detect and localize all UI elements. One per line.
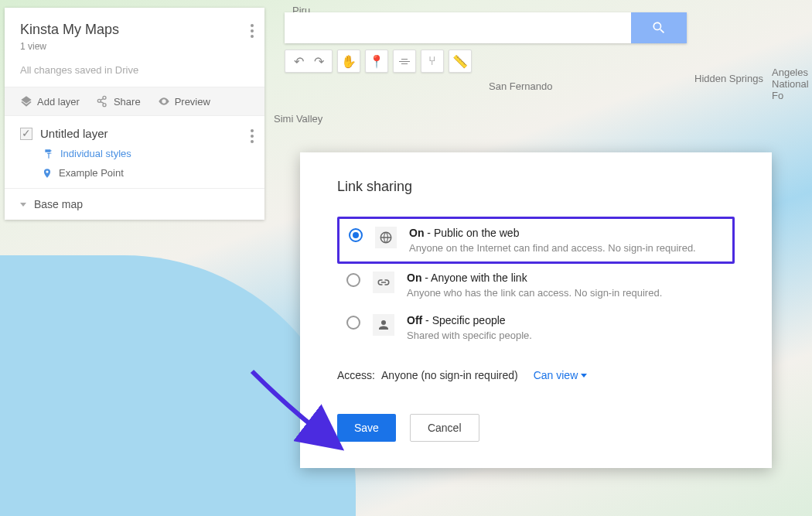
dialog-title: Link sharing (337, 179, 735, 195)
radio-selected-icon[interactable] (349, 228, 363, 242)
option-bold: On (407, 272, 421, 284)
option-rest: - Anyone with the link (421, 272, 527, 284)
undo-icon[interactable]: ↶ (294, 54, 304, 69)
save-status: All changes saved in Drive (20, 64, 249, 76)
access-value: Anyone (no sign-in required) (381, 369, 518, 381)
search-button[interactable] (631, 12, 687, 43)
permission-label: Can view (534, 369, 578, 381)
layer-style-label: Individual styles (60, 148, 131, 159)
option-desc: Anyone who has the link can access. No s… (407, 287, 662, 299)
option-rest: - Specific people (422, 314, 505, 326)
map-toolbar: ↶ ↷ ✋ 📍 ⌯ ⑂ 📏 (285, 50, 472, 73)
link-icon (373, 272, 394, 293)
hand-icon: ✋ (341, 54, 357, 69)
add-layer-label: Add layer (37, 96, 80, 108)
polyline-icon: ⌯ (398, 54, 411, 68)
share-label: Share (114, 96, 141, 108)
pin-icon: 📍 (369, 54, 384, 69)
radio-icon[interactable] (346, 273, 360, 287)
radio-icon[interactable] (346, 316, 360, 330)
search-input[interactable] (285, 12, 631, 43)
directions-tool[interactable]: ⑂ (421, 50, 444, 73)
sharing-option-specific[interactable]: Off - Specific people Shared with specif… (337, 306, 735, 349)
layer-feature[interactable]: Example Point (42, 167, 249, 179)
caret-down-icon (20, 203, 26, 207)
caret-down-icon (581, 374, 587, 378)
layer-name: Untitled layer (40, 127, 108, 140)
marker-tool[interactable]: 📍 (365, 50, 388, 73)
person-icon (373, 314, 394, 336)
preview-button[interactable]: Preview (158, 95, 210, 108)
map-panel: Kinsta My Maps 1 view All changes saved … (5, 8, 264, 220)
map-place-label: Hidden Springs (694, 73, 763, 84)
basemap-button[interactable]: Base map (5, 189, 264, 220)
layer-style-button[interactable]: Individual styles (43, 148, 249, 159)
sharing-option-link[interactable]: On - Anyone with the link Anyone who has… (337, 264, 735, 306)
add-layer-button[interactable]: Add layer (20, 95, 80, 108)
cancel-button[interactable]: Cancel (410, 414, 479, 442)
share-icon (97, 95, 109, 108)
option-bold: Off (407, 314, 422, 326)
ruler-icon: 📏 (452, 54, 468, 69)
preview-label: Preview (175, 96, 210, 108)
checkbox-icon (20, 128, 32, 140)
map-views: 1 view (20, 41, 249, 52)
hand-tool[interactable]: ✋ (337, 50, 360, 73)
route-icon: ⑂ (428, 54, 436, 68)
paint-roller-icon (43, 149, 54, 159)
kebab-icon (251, 29, 254, 32)
access-label: Access: (337, 369, 375, 381)
layers-icon (20, 95, 32, 108)
map-place-label: San Fernando (489, 80, 552, 92)
kebab-icon (251, 135, 254, 138)
permission-dropdown[interactable]: Can view (534, 369, 588, 381)
globe-icon (375, 227, 397, 248)
sharing-option-public[interactable]: On - Public on the web Anyone on the Int… (337, 217, 735, 264)
option-desc: Anyone on the Internet can find and acce… (409, 242, 696, 254)
redo-icon[interactable]: ↷ (314, 54, 324, 69)
search-bar (285, 12, 687, 43)
option-bold: On (409, 227, 424, 239)
layer-toggle[interactable]: Untitled layer (20, 127, 249, 140)
map-place-label: Angeles National Fo (772, 67, 812, 101)
link-sharing-dialog: Link sharing On - Public on the web Anyo… (300, 152, 772, 468)
save-button[interactable]: Save (337, 414, 396, 442)
panel-menu-button[interactable] (251, 22, 254, 36)
measure-tool[interactable]: 📏 (449, 50, 472, 73)
line-tool[interactable]: ⌯ (393, 50, 416, 73)
layer-feature-label: Example Point (59, 167, 124, 179)
search-icon (651, 20, 667, 36)
share-button[interactable]: Share (97, 95, 141, 108)
map-pin-icon (42, 168, 53, 179)
option-rest: - Public on the web (424, 227, 519, 239)
layer-menu-button[interactable] (251, 127, 254, 141)
basemap-label: Base map (34, 198, 83, 210)
option-desc: Shared with specific people. (407, 330, 532, 341)
map-place-label: Simi Valley (274, 113, 322, 125)
eye-icon (158, 95, 170, 108)
undo-redo-group: ↶ ↷ (285, 50, 333, 73)
map-title[interactable]: Kinsta My Maps (20, 22, 249, 38)
